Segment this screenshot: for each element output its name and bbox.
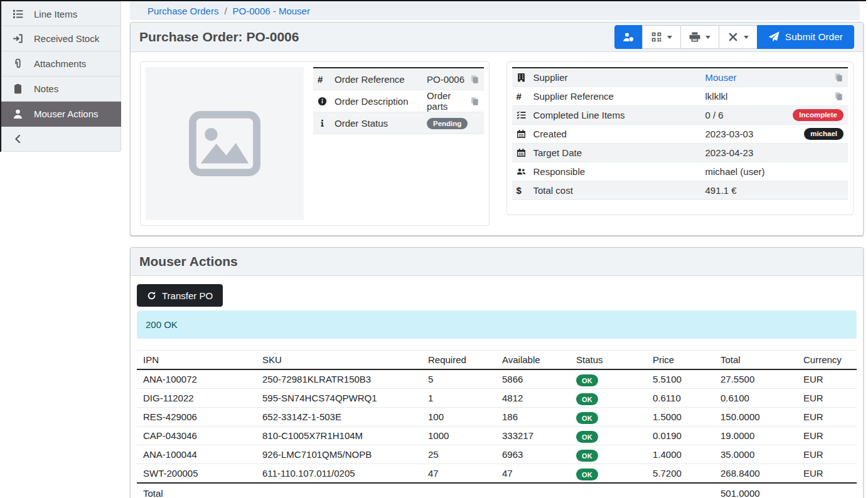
sidebar: Line Items Received Stock Attachments No… (0, 1, 121, 152)
order-info-card: # Order Reference PO-0006 Order Descript… (140, 61, 490, 226)
copy-icon[interactable] (470, 75, 480, 84)
detail-label: Total cost (533, 185, 705, 196)
cell-ipn: DIG-112022 (137, 389, 256, 408)
user-badge: michael (804, 128, 844, 140)
supplier-link[interactable]: Mouser (705, 72, 737, 83)
sidebar-item-mouser-actions[interactable]: Mouser Actions (1, 102, 121, 127)
table-row: ANA-100072 250-72981KLRATR150B3 5 5866 O… (137, 369, 857, 389)
column-header-currency: Currency (797, 351, 857, 370)
purchase-order-panel: Purchase Order: PO-0006 (130, 22, 864, 236)
sidebar-item-attachments[interactable]: Attachments (1, 51, 121, 77)
chevron-down-icon (744, 36, 749, 39)
cell-total: 19.0000 (714, 426, 797, 445)
cell-required: 25 (422, 445, 496, 464)
clipboard-icon (11, 83, 24, 94)
line-items-table: IPN SKU Required Available Status Price … (137, 350, 857, 498)
ok-badge: OK (576, 431, 598, 443)
breadcrumb-separator: / (224, 6, 227, 16)
paperclip-icon (11, 58, 24, 69)
main-content: Purchase Orders / PO-0006 - Mouser Purch… (130, 1, 864, 498)
cell-required: 47 (422, 464, 496, 484)
info-circle-icon (318, 97, 335, 106)
detail-row-empty (512, 200, 849, 209)
cell-total: 35.0000 (714, 445, 797, 464)
detail-value: Pending (427, 117, 480, 129)
cell-sku: 652-3314Z-1-503E (256, 408, 422, 426)
cell-status: OK (570, 389, 646, 408)
detail-row-total-cost: $ Total cost 491.1 € (512, 181, 849, 200)
cell-currency: EUR (797, 408, 857, 426)
detail-label: Responsible (533, 166, 705, 177)
copy-icon[interactable] (834, 73, 844, 82)
column-header-required: Required (422, 351, 496, 370)
chevron-left-icon (11, 134, 24, 144)
order-image-placeholder[interactable] (146, 67, 304, 220)
detail-value: 491.1 € (705, 185, 844, 196)
cell-price: 5.7200 (646, 464, 714, 484)
footer-total-value: 501.0000 (714, 483, 797, 498)
sidebar-item-received-stock[interactable]: Received Stock (1, 26, 121, 51)
submit-order-label: Submit Order (785, 31, 843, 43)
detail-row-supplier-reference: # Supplier Reference lklklkl (512, 87, 849, 106)
sidebar-item-notes[interactable]: Notes (1, 77, 121, 102)
options-menu-button[interactable] (719, 25, 758, 49)
table-row: ANA-100044 926-LMC7101QM5/NOPB 25 6963 O… (137, 445, 857, 464)
paper-plane-icon (768, 31, 780, 43)
mouser-actions-header: Mouser Actions (131, 248, 863, 276)
tools-icon (727, 31, 739, 43)
cell-total: 0.6100 (714, 389, 797, 408)
detail-value: PO-0006 (427, 74, 470, 85)
detail-value: 2023-03-03 (705, 129, 805, 139)
ok-badge: OK (576, 412, 598, 424)
cell-total: 150.0000 (714, 408, 797, 426)
column-header-ipn: IPN (137, 351, 256, 370)
qrcode-icon (651, 31, 662, 43)
submit-order-button[interactable]: Submit Order (757, 25, 854, 49)
detail-label: Order Reference (335, 74, 427, 85)
refresh-icon (147, 291, 156, 300)
purchase-order-panel-header: Purchase Order: PO-0006 (131, 23, 863, 52)
cell-currency: EUR (797, 445, 857, 464)
cell-sku: 810-C1005X7R1H104M (256, 426, 422, 445)
copy-icon[interactable] (834, 92, 844, 101)
cell-currency: EUR (797, 369, 857, 389)
column-header-total: Total (714, 351, 797, 370)
table-header-row: IPN SKU Required Available Status Price … (137, 351, 857, 370)
cell-price: 1.4000 (646, 445, 714, 464)
cell-required: 100 (422, 408, 496, 426)
table-row: RES-429006 652-3314Z-1-503E 100 186 OK 1… (137, 408, 857, 426)
breadcrumb-link-purchase-orders[interactable]: Purchase Orders (147, 6, 218, 16)
user-roles-button[interactable] (614, 25, 643, 49)
ordered-list-icon (11, 9, 24, 19)
footer-total-label: Total (137, 483, 256, 498)
cell-ipn: CAP-043046 (137, 426, 256, 445)
column-header-status: Status (570, 351, 646, 370)
cell-currency: EUR (797, 389, 857, 408)
cell-price: 1.5000 (646, 408, 714, 426)
cell-available: 6963 (496, 445, 570, 464)
breadcrumb-current-order[interactable]: PO-0006 - Mouser (233, 6, 310, 16)
sidebar-item-line-items[interactable]: Line Items (1, 1, 121, 26)
sidebar-collapse-button[interactable] (1, 127, 121, 152)
ok-badge: OK (576, 393, 598, 405)
column-header-price: Price (646, 351, 714, 370)
cell-status: OK (570, 369, 646, 389)
detail-label: Order Status (335, 118, 427, 129)
detail-value: 2023-04-23 (705, 147, 844, 158)
barcode-menu-button[interactable] (642, 25, 681, 49)
printer-icon (689, 31, 700, 43)
detail-label: Supplier Reference (533, 91, 705, 102)
column-header-available: Available (496, 351, 570, 370)
cell-available: 186 (496, 408, 570, 426)
cell-sku: 926-LMC7101QM5/NOPB (256, 445, 422, 464)
dollar-icon: $ (517, 185, 533, 196)
cell-status: OK (570, 408, 646, 426)
print-menu-button[interactable] (680, 25, 719, 49)
column-header-sku: SKU (256, 351, 422, 370)
ok-badge: OK (576, 469, 598, 480)
detail-row-created: Created 2023-03-03 michael (512, 125, 849, 144)
copy-icon[interactable] (470, 97, 480, 106)
detail-label: Supplier (533, 72, 705, 83)
transfer-po-button[interactable]: Transfer PO (137, 284, 223, 307)
mouser-actions-body: Transfer PO 200 OK IPN SKU Required Avai… (131, 276, 863, 498)
